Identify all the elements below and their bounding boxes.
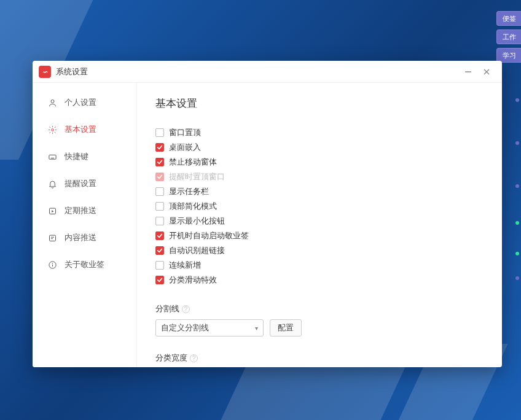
checkbox[interactable] [155, 276, 164, 284]
checkbox[interactable] [155, 261, 164, 270]
svg-marker-11 [52, 210, 53, 212]
gear-icon [47, 125, 57, 134]
sidebar-item-label: 内容推送 [65, 232, 96, 243]
checkbox-row[interactable]: 顶部简化模式 [155, 199, 484, 214]
divider-config-button[interactable]: 配置 [270, 319, 302, 336]
sidebar-item-label: 个人设置 [65, 97, 96, 108]
sidebar-item-label: 定期推送 [65, 205, 96, 216]
calendar-push-icon [47, 206, 57, 216]
side-indicator-green [515, 221, 519, 225]
divider-section-label: 分割线 ? [155, 303, 484, 314]
minimize-button[interactable] [459, 61, 477, 83]
checkbox-row[interactable]: 显示任务栏 [155, 184, 484, 199]
svg-point-3 [51, 99, 54, 103]
checkbox-row: 提醒时置顶窗口 [155, 169, 484, 184]
side-tab-work[interactable]: 工作 [496, 29, 521, 44]
checkbox-label: 显示最小化按钮 [169, 216, 225, 227]
settings-window: 系统设置 个人设置 基本设置 [33, 61, 502, 367]
sidebar: 个人设置 基本设置 快捷键 提醒设置 [33, 83, 137, 367]
checkbox[interactable] [155, 246, 164, 255]
bell-icon [47, 179, 57, 189]
checkbox[interactable] [155, 128, 164, 137]
checkbox-row[interactable]: 桌面嵌入 [155, 140, 484, 155]
content-heading: 基本设置 [155, 96, 484, 111]
sidebar-item-schedule-push[interactable]: 定期推送 [33, 197, 136, 224]
checkbox-label: 自动识别超链接 [169, 245, 225, 256]
checkbox[interactable] [155, 231, 164, 240]
checkbox [155, 173, 164, 181]
sidebar-item-label: 提醒设置 [65, 178, 96, 189]
help-icon[interactable]: ? [190, 354, 198, 362]
titlebar: 系统设置 [33, 61, 502, 83]
checkbox-row[interactable]: 开机时自动启动敬业签 [155, 228, 484, 243]
sidebar-item-label: 快捷键 [65, 151, 88, 162]
checkbox-label: 禁止移动窗体 [169, 157, 217, 168]
checkbox-row[interactable]: 窗口置顶 [155, 125, 484, 140]
chevron-down-icon: ▾ [255, 325, 258, 332]
divider-dropdown-value: 自定义分割线 [161, 322, 209, 333]
checkbox[interactable] [155, 143, 164, 152]
checkbox-label: 显示任务栏 [169, 186, 209, 197]
sidebar-item-personal[interactable]: 个人设置 [33, 89, 136, 116]
checkbox-label: 提醒时置顶窗口 [169, 171, 225, 182]
side-indicator [515, 184, 519, 188]
checkbox[interactable] [155, 158, 164, 166]
sidebar-item-label: 基本设置 [65, 124, 96, 135]
checkbox-row[interactable]: 自动识别超链接 [155, 243, 484, 258]
checkbox-row[interactable]: 分类滑动特效 [155, 273, 484, 287]
checkbox[interactable] [155, 217, 164, 225]
category-width-label: 分类宽度 ? [155, 352, 484, 364]
checkbox-label: 桌面嵌入 [169, 142, 201, 153]
svg-point-4 [51, 128, 53, 131]
checkbox-label: 窗口置顶 [169, 127, 201, 138]
checkbox-list: 窗口置顶桌面嵌入禁止移动窗体提醒时置顶窗口显示任务栏顶部简化模式显示最小化按钮开… [155, 125, 484, 287]
content-push-icon [47, 233, 57, 243]
checkbox[interactable] [155, 187, 164, 196]
checkbox-row[interactable]: 显示最小化按钮 [155, 214, 484, 228]
sidebar-item-basic[interactable]: 基本设置 [33, 116, 136, 143]
sidebar-item-about[interactable]: 关于敬业签 [33, 251, 136, 278]
sidebar-item-reminder[interactable]: 提醒设置 [33, 170, 136, 197]
info-icon [47, 260, 57, 270]
checkbox-label: 顶部简化模式 [169, 201, 217, 212]
user-icon [47, 98, 57, 107]
checkbox-label: 连续新增 [169, 260, 201, 271]
window-title: 系统设置 [56, 66, 88, 77]
divider-dropdown[interactable]: 自定义分割线 ▾ [155, 319, 264, 336]
side-tab-notes[interactable]: 便签 [496, 11, 521, 26]
sidebar-item-label: 关于敬业签 [65, 259, 104, 270]
side-indicator [515, 141, 519, 145]
checkbox-row[interactable]: 连续新增 [155, 258, 484, 273]
close-button[interactable] [477, 61, 496, 83]
svg-rect-5 [49, 155, 55, 159]
help-icon[interactable]: ? [182, 305, 190, 313]
keyboard-icon [47, 152, 57, 161]
checkbox-label: 开机时自动启动敬业签 [169, 230, 249, 241]
side-indicator [515, 276, 519, 280]
sidebar-item-shortcuts[interactable]: 快捷键 [33, 143, 136, 170]
sidebar-item-content-push[interactable]: 内容推送 [33, 224, 136, 251]
checkbox-row[interactable]: 禁止移动窗体 [155, 155, 484, 169]
content-area: 基本设置 窗口置顶桌面嵌入禁止移动窗体提醒时置顶窗口显示任务栏顶部简化模式显示最… [137, 83, 502, 367]
checkbox-label: 分类滑动特效 [169, 274, 217, 286]
app-icon [39, 66, 51, 78]
side-indicator [515, 98, 519, 102]
side-indicator-green [515, 252, 519, 255]
svg-rect-12 [49, 235, 55, 241]
svg-point-17 [52, 263, 53, 263]
checkbox[interactable] [155, 202, 164, 211]
